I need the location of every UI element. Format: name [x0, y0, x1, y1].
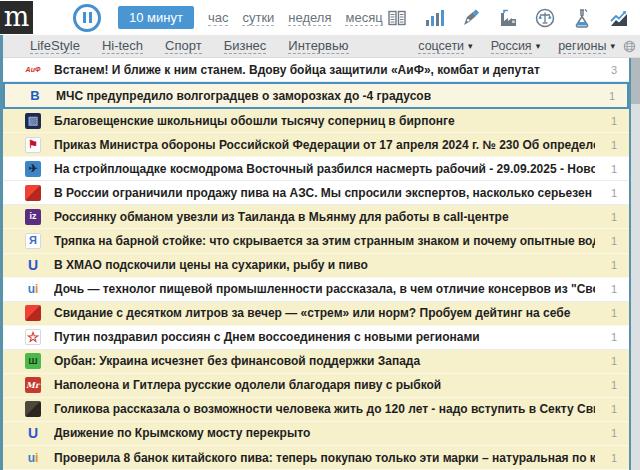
- news-row-3[interactable]: ⚑ Приказ Министра обороны Российской Фед…: [3, 133, 629, 157]
- category-tab-0[interactable]: LifeStyle: [30, 38, 80, 54]
- chevron-down-icon: ▾: [468, 41, 473, 51]
- news-count-badge: 1: [595, 211, 629, 223]
- news-list: АиФ Встанем! И ближе к ним станем. Вдову…: [3, 58, 631, 470]
- news-row-6[interactable]: iz Россиянку обманом увезли из Таиланда …: [3, 205, 629, 229]
- flag-favicon: ⚑: [25, 137, 41, 153]
- news-title[interactable]: Наполеона и Гитлера русские одолели благ…: [54, 378, 595, 392]
- time-filter-3[interactable]: неделя: [288, 10, 331, 26]
- u-favicon: U: [25, 257, 41, 273]
- news-count-badge: 1: [595, 403, 629, 415]
- dropdown-label-2[interactable]: регионы: [558, 39, 606, 54]
- pause-icon: [83, 12, 86, 23]
- news-title[interactable]: Тряпка на барной стойке: что скрывается …: [54, 234, 595, 248]
- chevron-down-icon: ▾: [610, 41, 615, 51]
- news-row-9[interactable]: ui Дочь — технолог пищевой промышленност…: [3, 278, 629, 302]
- header-section-icons: [386, 7, 640, 29]
- time-filter-0[interactable]: 10 минут: [118, 6, 194, 29]
- pen-icon[interactable]: [460, 7, 482, 29]
- scales-icon[interactable]: [534, 7, 556, 29]
- news-row-13[interactable]: Мг Наполеона и Гитлера русские одолели б…: [3, 374, 629, 398]
- news-title[interactable]: В ХМАО подскочили цены на сухарики, рыбу…: [54, 258, 595, 272]
- category-tab-1[interactable]: Hi-tech: [102, 38, 143, 54]
- time-filter-1[interactable]: час: [208, 10, 229, 26]
- photo-favicon: [25, 401, 41, 417]
- news-row-5[interactable]: В России ограничили продажу пива на АЗС.…: [3, 181, 629, 205]
- category-tab-3[interactable]: Бизнес: [224, 38, 267, 54]
- factory-icon[interactable]: [497, 7, 519, 29]
- news-count-badge: 3: [595, 64, 629, 76]
- news-title[interactable]: На стройплощадке космодрома Восточный ра…: [54, 162, 595, 176]
- news-row-10[interactable]: Свидание с десятком литров за вечер — «с…: [3, 302, 629, 326]
- news-title[interactable]: Свидание с десятком литров за вечер — «с…: [54, 306, 595, 320]
- news-row-0[interactable]: АиФ Встанем! И ближе к ним станем. Вдову…: [3, 58, 629, 82]
- news-title[interactable]: Голикова рассказала о возможности челове…: [54, 402, 595, 416]
- filter-dropdowns: соцсети▾Россия▾регионы▾: [418, 39, 623, 54]
- news-title[interactable]: В России ограничили продажу пива на АЗС.…: [54, 186, 595, 200]
- news-title[interactable]: Путин поздравил россиян с Днем воссоедин…: [54, 330, 595, 344]
- news-title[interactable]: Проверила 8 банок китайского пива: тепер…: [54, 451, 595, 465]
- news-count-badge: 1: [595, 115, 629, 127]
- globe-icon[interactable]: [623, 40, 636, 53]
- flask-icon[interactable]: [571, 7, 593, 29]
- news-title[interactable]: Благовещенские школьницы обошли тысячу с…: [54, 114, 595, 128]
- news-row-1[interactable]: В МЧС предупредило волгоградцев о заморо…: [3, 82, 629, 109]
- dark-square-favicon: ▨: [25, 113, 41, 129]
- star-favicon: ☆: [25, 329, 41, 345]
- news-count-badge: 1: [595, 187, 629, 199]
- scrollbar-thumb[interactable]: [631, 58, 640, 104]
- time-filter-4[interactable]: месяц: [345, 10, 382, 26]
- dropdown-0[interactable]: соцсети▾: [418, 39, 472, 54]
- pause-button[interactable]: [73, 4, 101, 32]
- news-count-badge: 1: [595, 283, 629, 295]
- news-title[interactable]: МЧС предупредило волгоградцев о заморозк…: [56, 89, 593, 103]
- dropdown-2[interactable]: регионы▾: [558, 39, 615, 54]
- logo[interactable]: m: [0, 1, 33, 34]
- news-row-2[interactable]: ▨ Благовещенские школьницы обошли тысячу…: [3, 109, 629, 133]
- topbar: m 10 минутчассуткинеделямесяц: [0, 0, 640, 35]
- category-nav: LifeStyleHi-techСпортБизнесИнтервью: [30, 38, 349, 54]
- news-row-7[interactable]: Я Тряпка на барной стойке: что скрываетс…: [3, 229, 629, 253]
- news-title[interactable]: Орбан: Украина исчезнет без финансовой п…: [54, 354, 595, 368]
- news-row-11[interactable]: ☆ Путин поздравил россиян с Днем воссоед…: [3, 326, 629, 350]
- news-row-4[interactable]: ✈ На стройплощадке космодрома Восточный …: [3, 157, 629, 181]
- ui-favicon: ui: [25, 450, 41, 466]
- news-columns-icon[interactable]: [386, 7, 408, 29]
- ui-favicon: ui: [25, 281, 41, 297]
- scrollbar[interactable]: [631, 58, 640, 470]
- news-count-badge: 1: [595, 259, 629, 271]
- news-title[interactable]: Движение по Крымскому мосту перекрыто: [54, 426, 595, 440]
- news-row-15[interactable]: U Движение по Крымскому мосту перекрыто …: [3, 422, 629, 446]
- news-count-badge: 1: [593, 90, 627, 102]
- category-tab-2[interactable]: Спорт: [165, 38, 202, 54]
- dropdown-label-0[interactable]: соцсети: [418, 39, 464, 54]
- news-count-badge: 1: [595, 331, 629, 343]
- trend-chart-icon[interactable]: [608, 7, 630, 29]
- red-square-favicon: [25, 305, 41, 321]
- news-title[interactable]: Приказ Министра обороны Российской Федер…: [54, 138, 595, 152]
- news-row-14[interactable]: Голикова рассказала о возможности челове…: [3, 398, 629, 422]
- bar-chart-icon[interactable]: [423, 7, 445, 29]
- news-count-badge: 1: [595, 355, 629, 367]
- news-count-badge: 1: [595, 427, 629, 439]
- dropdown-label-1[interactable]: Россия: [491, 39, 532, 54]
- time-filter-2[interactable]: сутки: [242, 10, 274, 26]
- news-count-badge: 1: [595, 452, 629, 464]
- news-count-badge: 1: [595, 379, 629, 391]
- news-title[interactable]: Встанем! И ближе к ним станем. Вдову бой…: [54, 63, 595, 77]
- u-favicon: U: [25, 425, 41, 441]
- news-row-16[interactable]: ui Проверила 8 банок китайского пива: те…: [3, 446, 629, 470]
- plane-favicon: ✈: [25, 161, 41, 177]
- aif-favicon: АиФ: [25, 62, 41, 78]
- chevron-down-icon: ▾: [536, 41, 541, 51]
- news-count-badge: 1: [595, 235, 629, 247]
- news-title[interactable]: Дочь — технолог пищевой промышленности р…: [54, 282, 595, 296]
- mg-favicon: Мг: [25, 377, 41, 393]
- news-row-8[interactable]: U В ХМАО подскочили цены на сухарики, ры…: [3, 254, 629, 278]
- news-row-12[interactable]: Ш Орбан: Украина исчезнет без финансовой…: [3, 350, 629, 374]
- app: m 10 минутчассуткинеделямесяц: [0, 0, 640, 470]
- category-bar: LifeStyleHi-techСпортБизнесИнтервью соцс…: [3, 35, 640, 58]
- news-count-badge: 1: [595, 163, 629, 175]
- category-tab-4[interactable]: Интервью: [288, 38, 348, 54]
- dropdown-1[interactable]: Россия▾: [491, 39, 541, 54]
- news-title[interactable]: Россиянку обманом увезли из Таиланда в М…: [54, 210, 595, 224]
